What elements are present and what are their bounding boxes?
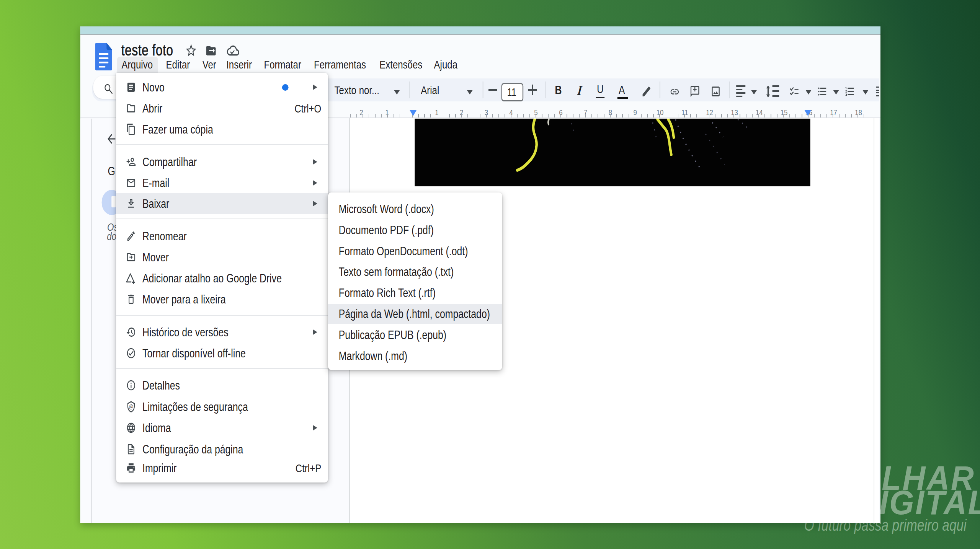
svg-text:@: @ xyxy=(129,403,133,410)
